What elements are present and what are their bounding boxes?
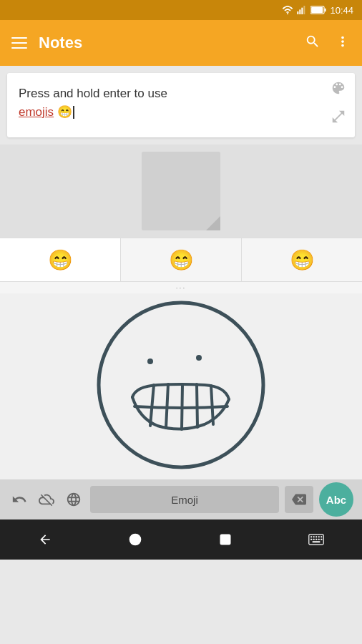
svg-rect-27 (318, 539, 320, 540)
expand-icon[interactable] (331, 109, 346, 127)
svg-rect-24 (310, 539, 312, 540)
svg-line-14 (197, 384, 197, 427)
face-drawing (0, 293, 362, 479)
delete-button[interactable] (285, 486, 313, 513)
wifi-icon (282, 6, 293, 14)
signal-icon (297, 6, 307, 14)
back-button[interactable] (38, 532, 52, 547)
svg-line-12 (166, 384, 168, 428)
app-title: Notes (39, 34, 82, 52)
svg-point-16 (130, 535, 141, 545)
svg-rect-6 (325, 9, 326, 11)
svg-rect-29 (313, 541, 321, 542)
emoji-label-button[interactable]: Emoji (90, 486, 279, 513)
svg-rect-21 (315, 536, 317, 537)
abc-button[interactable]: Abc (319, 482, 353, 517)
svg-rect-1 (298, 11, 299, 14)
undo-button[interactable] (9, 489, 30, 510)
emoji-label-text: Emoji (171, 494, 198, 506)
emoji-dots: ··· (0, 282, 362, 293)
abc-label: Abc (326, 494, 346, 506)
note-text-line1: Press and hold enter to use (19, 87, 167, 100)
emoji-option-2[interactable]: 😁 (121, 238, 242, 281)
text-cursor (73, 106, 74, 119)
svg-rect-2 (300, 9, 301, 14)
emoji-picker-bar: 😁 😁 😁 (0, 238, 362, 282)
svg-rect-3 (302, 8, 303, 14)
emoji-option-3[interactable]: 😁 (242, 238, 362, 281)
svg-point-0 (287, 13, 288, 14)
svg-rect-20 (313, 536, 315, 537)
keyboard-toolbar: Emoji Abc (0, 479, 362, 519)
keyboard-button[interactable] (308, 534, 324, 545)
status-bar: 10:44 (0, 0, 362, 20)
sticky-note-placeholder (142, 152, 220, 230)
svg-rect-7 (312, 7, 323, 13)
svg-point-9 (147, 358, 153, 364)
svg-rect-26 (315, 539, 317, 540)
note-text: Press and hold enter to use emojis 😁 (19, 84, 343, 121)
svg-rect-23 (321, 536, 322, 537)
palette-icon[interactable] (331, 80, 346, 99)
app-bar-left: Notes (11, 34, 82, 52)
emoji-option-1[interactable]: 😁 (0, 238, 121, 281)
svg-line-11 (150, 385, 154, 426)
more-options-icon[interactable] (335, 34, 351, 52)
svg-rect-19 (310, 536, 312, 537)
svg-rect-17 (220, 535, 230, 544)
note-emoji: 😁 (57, 105, 72, 119)
hamburger-menu-button[interactable] (11, 37, 27, 49)
gray-area (0, 145, 362, 238)
note-emojis-word: emojis (19, 105, 54, 119)
home-button[interactable] (128, 532, 142, 547)
navigation-bar (0, 519, 362, 560)
app-bar-right (305, 34, 351, 52)
svg-rect-25 (313, 539, 315, 540)
emoji-dots-label: ··· (176, 284, 186, 292)
svg-line-15 (211, 386, 213, 424)
drawing-area[interactable] (0, 293, 362, 479)
status-time: 10:44 (330, 5, 353, 16)
note-card-actions (331, 80, 346, 127)
svg-point-10 (196, 355, 202, 361)
svg-rect-28 (321, 539, 322, 540)
note-card[interactable]: Press and hold enter to use emojis 😁 (7, 73, 355, 137)
svg-rect-22 (318, 536, 320, 537)
recent-apps-button[interactable] (218, 532, 233, 547)
globe-button[interactable] (63, 489, 84, 510)
svg-rect-4 (304, 6, 305, 14)
app-bar: Notes (0, 20, 362, 66)
battery-icon (310, 6, 326, 14)
cloud-off-button[interactable] (36, 489, 57, 510)
status-icons: 10:44 (282, 5, 353, 16)
search-icon[interactable] (305, 34, 321, 52)
